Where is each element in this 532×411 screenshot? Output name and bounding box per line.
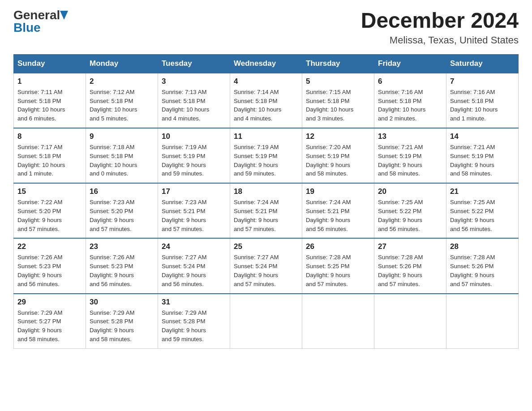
col-tuesday: Tuesday (158, 54, 230, 73)
page-header: General Blue December 2024 Melissa, Texa… (13, 9, 519, 46)
day-number-13: 13 (378, 132, 442, 141)
day-cell-29: 29Sunrise: 7:29 AMSunset: 5:27 PMDayligh… (14, 294, 86, 349)
day-info-3: Sunrise: 7:13 AMSunset: 5:18 PMDaylight:… (162, 88, 226, 123)
calendar-header: Sunday Monday Tuesday Wednesday Thursday… (14, 54, 519, 73)
day-info-2: Sunrise: 7:12 AMSunset: 5:18 PMDaylight:… (90, 88, 154, 123)
day-cell-5: 5Sunrise: 7:15 AMSunset: 5:18 PMDaylight… (302, 73, 374, 128)
day-cell-10: 10Sunrise: 7:19 AMSunset: 5:19 PMDayligh… (158, 128, 230, 183)
empty-cell (302, 294, 374, 349)
day-cell-6: 6Sunrise: 7:16 AMSunset: 5:18 PMDaylight… (374, 73, 446, 128)
day-number-24: 24 (162, 242, 226, 251)
logo-triangle-icon (60, 11, 68, 20)
day-cell-3: 3Sunrise: 7:13 AMSunset: 5:18 PMDaylight… (158, 73, 230, 128)
day-number-26: 26 (306, 242, 370, 251)
calendar-subtitle: Melissa, Texas, United States (361, 34, 519, 46)
day-number-25: 25 (234, 242, 298, 251)
svg-marker-0 (60, 11, 68, 20)
week-row-3: 15Sunrise: 7:22 AMSunset: 5:20 PMDayligh… (14, 183, 519, 238)
day-cell-23: 23Sunrise: 7:26 AMSunset: 5:23 PMDayligh… (86, 238, 158, 293)
day-number-27: 27 (378, 242, 442, 251)
day-info-24: Sunrise: 7:27 AMSunset: 5:24 PMDaylight:… (162, 253, 226, 288)
title-block: December 2024 Melissa, Texas, United Sta… (361, 9, 519, 46)
day-number-29: 29 (17, 298, 82, 307)
day-number-14: 14 (450, 132, 515, 141)
day-cell-30: 30Sunrise: 7:29 AMSunset: 5:28 PMDayligh… (86, 294, 158, 349)
day-info-17: Sunrise: 7:23 AMSunset: 5:21 PMDaylight:… (162, 198, 226, 233)
day-number-9: 9 (90, 132, 154, 141)
day-cell-31: 31Sunrise: 7:29 AMSunset: 5:28 PMDayligh… (158, 294, 230, 349)
day-cell-24: 24Sunrise: 7:27 AMSunset: 5:24 PMDayligh… (158, 238, 230, 293)
day-info-12: Sunrise: 7:20 AMSunset: 5:19 PMDaylight:… (306, 143, 370, 178)
col-thursday: Thursday (302, 54, 374, 73)
logo-blue-text: Blue (13, 21, 41, 34)
day-cell-18: 18Sunrise: 7:24 AMSunset: 5:21 PMDayligh… (230, 183, 302, 238)
empty-cell (374, 294, 446, 349)
week-row-5: 29Sunrise: 7:29 AMSunset: 5:27 PMDayligh… (14, 294, 519, 349)
day-info-9: Sunrise: 7:18 AMSunset: 5:18 PMDaylight:… (90, 143, 154, 178)
week-row-4: 22Sunrise: 7:26 AMSunset: 5:23 PMDayligh… (14, 238, 519, 293)
calendar-body: 1Sunrise: 7:11 AMSunset: 5:18 PMDaylight… (14, 73, 519, 348)
day-cell-22: 22Sunrise: 7:26 AMSunset: 5:23 PMDayligh… (14, 238, 86, 293)
day-info-10: Sunrise: 7:19 AMSunset: 5:19 PMDaylight:… (162, 143, 226, 178)
col-wednesday: Wednesday (230, 54, 302, 73)
day-cell-4: 4Sunrise: 7:14 AMSunset: 5:18 PMDaylight… (230, 73, 302, 128)
logo: General Blue (13, 9, 68, 34)
day-cell-19: 19Sunrise: 7:24 AMSunset: 5:21 PMDayligh… (302, 183, 374, 238)
day-number-28: 28 (450, 242, 515, 251)
day-number-18: 18 (234, 187, 298, 196)
day-info-31: Sunrise: 7:29 AMSunset: 5:28 PMDaylight:… (162, 308, 226, 344)
empty-cell (230, 294, 302, 349)
day-info-18: Sunrise: 7:24 AMSunset: 5:21 PMDaylight:… (234, 198, 298, 233)
col-monday: Monday (86, 54, 158, 73)
day-info-13: Sunrise: 7:21 AMSunset: 5:19 PMDaylight:… (378, 143, 442, 178)
day-cell-12: 12Sunrise: 7:20 AMSunset: 5:19 PMDayligh… (302, 128, 374, 183)
col-saturday: Saturday (446, 54, 519, 73)
week-row-2: 8Sunrise: 7:17 AMSunset: 5:18 PMDaylight… (14, 128, 519, 183)
day-cell-2: 2Sunrise: 7:12 AMSunset: 5:18 PMDaylight… (86, 73, 158, 128)
day-number-12: 12 (306, 132, 370, 141)
day-number-21: 21 (450, 187, 515, 196)
day-cell-21: 21Sunrise: 7:25 AMSunset: 5:22 PMDayligh… (446, 183, 519, 238)
day-info-29: Sunrise: 7:29 AMSunset: 5:27 PMDaylight:… (17, 308, 82, 344)
day-number-8: 8 (17, 132, 82, 141)
day-info-19: Sunrise: 7:24 AMSunset: 5:21 PMDaylight:… (306, 198, 370, 233)
day-number-11: 11 (234, 132, 298, 141)
day-number-31: 31 (162, 298, 226, 307)
col-sunday: Sunday (14, 54, 86, 73)
day-number-17: 17 (162, 187, 226, 196)
day-info-8: Sunrise: 7:17 AMSunset: 5:18 PMDaylight:… (17, 143, 82, 178)
day-info-28: Sunrise: 7:28 AMSunset: 5:26 PMDaylight:… (450, 253, 515, 288)
day-number-16: 16 (90, 187, 154, 196)
day-cell-26: 26Sunrise: 7:28 AMSunset: 5:25 PMDayligh… (302, 238, 374, 293)
day-number-7: 7 (450, 77, 515, 86)
day-info-21: Sunrise: 7:25 AMSunset: 5:22 PMDaylight:… (450, 198, 515, 233)
day-info-26: Sunrise: 7:28 AMSunset: 5:25 PMDaylight:… (306, 253, 370, 288)
day-cell-17: 17Sunrise: 7:23 AMSunset: 5:21 PMDayligh… (158, 183, 230, 238)
day-cell-7: 7Sunrise: 7:16 AMSunset: 5:18 PMDaylight… (446, 73, 519, 128)
day-number-3: 3 (162, 77, 226, 86)
day-number-22: 22 (17, 242, 82, 251)
day-number-15: 15 (17, 187, 82, 196)
day-info-30: Sunrise: 7:29 AMSunset: 5:28 PMDaylight:… (90, 308, 154, 344)
day-cell-25: 25Sunrise: 7:27 AMSunset: 5:24 PMDayligh… (230, 238, 302, 293)
day-info-27: Sunrise: 7:28 AMSunset: 5:26 PMDaylight:… (378, 253, 442, 288)
day-cell-8: 8Sunrise: 7:17 AMSunset: 5:18 PMDaylight… (14, 128, 86, 183)
day-number-6: 6 (378, 77, 442, 86)
day-cell-1: 1Sunrise: 7:11 AMSunset: 5:18 PMDaylight… (14, 73, 86, 128)
day-number-1: 1 (17, 77, 82, 86)
day-info-14: Sunrise: 7:21 AMSunset: 5:19 PMDaylight:… (450, 143, 515, 178)
week-row-1: 1Sunrise: 7:11 AMSunset: 5:18 PMDaylight… (14, 73, 519, 128)
day-number-20: 20 (378, 187, 442, 196)
day-number-30: 30 (90, 298, 154, 307)
day-cell-15: 15Sunrise: 7:22 AMSunset: 5:20 PMDayligh… (14, 183, 86, 238)
day-cell-13: 13Sunrise: 7:21 AMSunset: 5:19 PMDayligh… (374, 128, 446, 183)
col-friday: Friday (374, 54, 446, 73)
day-info-6: Sunrise: 7:16 AMSunset: 5:18 PMDaylight:… (378, 88, 442, 123)
day-cell-9: 9Sunrise: 7:18 AMSunset: 5:18 PMDaylight… (86, 128, 158, 183)
day-info-7: Sunrise: 7:16 AMSunset: 5:18 PMDaylight:… (450, 88, 515, 123)
day-cell-16: 16Sunrise: 7:23 AMSunset: 5:20 PMDayligh… (86, 183, 158, 238)
day-number-10: 10 (162, 132, 226, 141)
day-info-15: Sunrise: 7:22 AMSunset: 5:20 PMDaylight:… (17, 198, 82, 233)
day-info-16: Sunrise: 7:23 AMSunset: 5:20 PMDaylight:… (90, 198, 154, 233)
day-info-5: Sunrise: 7:15 AMSunset: 5:18 PMDaylight:… (306, 88, 370, 123)
